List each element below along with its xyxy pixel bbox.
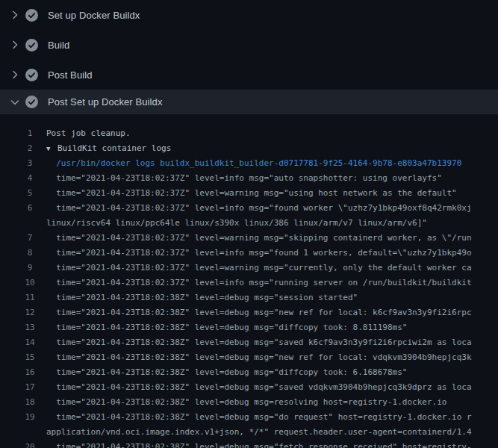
line-number[interactable]: 14	[19, 335, 40, 350]
log-text: time="2021-04-23T18:02:38Z" level=debug …	[40, 350, 472, 365]
line-number[interactable]: 8	[19, 246, 40, 261]
log-row: 2▼BuildKit container logs	[0, 141, 498, 156]
line-number[interactable]: 17	[19, 380, 40, 395]
log-row: 8 time="2021-04-23T18:02:37Z" level=info…	[0, 246, 498, 261]
log-row: 4 time="2021-04-23T18:02:37Z" level=info…	[0, 171, 498, 186]
log-row: 18 time="2021-04-23T18:02:38Z" level=deb…	[0, 395, 498, 410]
log-row: 7 time="2021-04-23T18:02:37Z" level=warn…	[0, 231, 498, 246]
line-number[interactable]: 9	[19, 261, 40, 276]
log-row: 14 time="2021-04-23T18:02:38Z" level=deb…	[0, 335, 498, 350]
log-row: 13 time="2021-04-23T18:02:38Z" level=deb…	[0, 320, 498, 335]
log-text: time="2021-04-23T18:02:38Z" level=debug …	[40, 335, 472, 350]
log-row: 5 time="2021-04-23T18:02:37Z" level=warn…	[0, 186, 498, 201]
line-number[interactable]: 7	[19, 231, 40, 246]
line-number[interactable]: 2	[19, 141, 40, 156]
line-number[interactable]: 6	[19, 201, 40, 216]
step-header-post-set-up-docker-buildx[interactable]: Post Set up Docker Buildx	[0, 90, 498, 114]
log-row: 11 time="2021-04-23T18:02:38Z" level=deb…	[0, 290, 498, 305]
line-number[interactable]: 1	[19, 126, 40, 141]
log-row: 19 time="2021-04-23T18:02:38Z" level=deb…	[0, 410, 498, 425]
check-circle-icon	[25, 69, 38, 81]
log-row: 1Post job cleanup.	[0, 126, 498, 141]
log-text: application/vnd.oci.image.index.v1+json,…	[40, 425, 472, 440]
line-number[interactable]: 20	[19, 440, 40, 448]
log-row: linux/riscv64 linux/ppc64le linux/s390x …	[0, 216, 498, 231]
line-number[interactable]: 16	[19, 365, 40, 380]
log-text: time="2021-04-23T18:02:37Z" level=info m…	[40, 201, 472, 216]
log-text: time="2021-04-23T18:02:38Z" level=debug …	[40, 305, 472, 320]
log-row: 15 time="2021-04-23T18:02:38Z" level=deb…	[0, 350, 498, 365]
chevron-down-icon	[9, 96, 21, 108]
line-number[interactable]: 11	[19, 290, 40, 305]
log-text: Post job cleanup.	[40, 126, 131, 141]
line-number[interactable]: 5	[19, 186, 40, 201]
log-row: 16 time="2021-04-23T18:02:38Z" level=deb…	[0, 365, 498, 380]
chevron-right-icon	[9, 39, 21, 51]
chevron-right-icon	[9, 69, 21, 81]
line-number[interactable]: 18	[19, 395, 40, 410]
line-number[interactable]: 15	[19, 350, 40, 365]
workflow-log-viewer: Set up Docker BuildxBuildPost BuildPost …	[0, 0, 498, 448]
step-label: Post Build	[48, 69, 93, 81]
log-text: time="2021-04-23T18:02:37Z" level=info m…	[40, 246, 472, 261]
step-label: Set up Docker Buildx	[48, 10, 140, 21]
line-number[interactable]: 19	[19, 410, 40, 425]
log-row: 9 time="2021-04-23T18:02:37Z" level=warn…	[0, 261, 498, 276]
line-number[interactable]: 10	[19, 276, 40, 290]
log-text: time="2021-04-23T18:02:38Z" level=debug …	[40, 410, 472, 425]
step-header-post-build[interactable]: Post Build	[0, 60, 498, 90]
step-label: Post Set up Docker Buildx	[48, 96, 163, 108]
log-row: 10 time="2021-04-23T18:02:37Z" level=inf…	[0, 276, 498, 290]
log-text: time="2021-04-23T18:02:37Z" level=warnin…	[40, 261, 472, 276]
step-header-build[interactable]: Build	[0, 30, 498, 60]
log-text: time="2021-04-23T18:02:37Z" level=info m…	[40, 276, 472, 290]
log-text: time="2021-04-23T18:02:38Z" level=debug …	[40, 380, 472, 395]
line-number[interactable]: 12	[19, 305, 40, 320]
log-text: time="2021-04-23T18:02:37Z" level=warnin…	[40, 186, 457, 201]
log-row: 17 time="2021-04-23T18:02:38Z" level=deb…	[0, 380, 498, 395]
log-text: time="2021-04-23T18:02:38Z" level=debug …	[40, 440, 472, 448]
log-row: 6 time="2021-04-23T18:02:37Z" level=info…	[0, 201, 498, 216]
log-row: 3 /usr/bin/docker logs buildx_buildkit_b…	[0, 156, 498, 171]
chevron-right-icon	[9, 9, 21, 21]
log-row: 12 time="2021-04-23T18:02:38Z" level=deb…	[0, 305, 498, 320]
check-circle-icon	[25, 39, 38, 52]
line-number[interactable]: 4	[19, 171, 40, 186]
check-circle-icon	[25, 9, 38, 22]
log-text: /usr/bin/docker logs buildx_buildkit_bui…	[40, 156, 461, 171]
log-text: time="2021-04-23T18:02:38Z" level=debug …	[40, 395, 446, 410]
log-row: 20 time="2021-04-23T18:02:38Z" level=deb…	[0, 440, 498, 448]
log-row: application/vnd.oci.image.index.v1+json,…	[0, 425, 498, 440]
log-text: time="2021-04-23T18:02:38Z" level=debug …	[40, 365, 407, 380]
log-text: time="2021-04-23T18:02:37Z" level=info m…	[40, 171, 442, 186]
line-number	[19, 425, 40, 440]
log-text: linux/riscv64 linux/ppc64le linux/s390x …	[40, 216, 427, 231]
log-text: ▼BuildKit container logs	[40, 141, 171, 156]
collapse-group-icon[interactable]: ▼	[46, 141, 54, 156]
line-number[interactable]: 13	[19, 320, 40, 335]
log-text: time="2021-04-23T18:02:38Z" level=debug …	[40, 290, 358, 305]
line-number	[19, 216, 40, 231]
step-label: Build	[48, 40, 69, 51]
check-circle-icon	[25, 96, 38, 108]
step-header-set-up-docker-buildx[interactable]: Set up Docker Buildx	[0, 0, 498, 30]
log-text: time="2021-04-23T18:02:38Z" level=debug …	[40, 320, 407, 335]
line-number[interactable]: 3	[19, 156, 40, 171]
log-text: time="2021-04-23T18:02:37Z" level=warnin…	[40, 231, 472, 246]
steps-list: Set up Docker BuildxBuildPost BuildPost …	[0, 0, 498, 114]
log-area: 1Post job cleanup.2▼BuildKit container l…	[0, 114, 498, 448]
log-text-content: BuildKit container logs	[57, 143, 171, 153]
